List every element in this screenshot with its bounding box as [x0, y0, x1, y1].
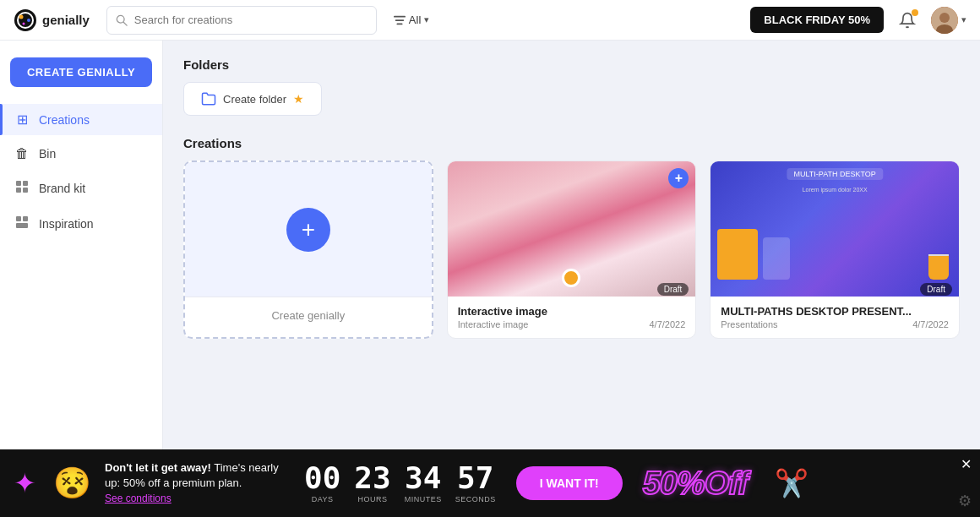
creations-icon: ⊞ — [14, 112, 30, 128]
countdown-days-value: 00 — [304, 463, 340, 493]
card-body-interactive: Interactive image Interactive image 4/7/… — [448, 297, 696, 338]
create-label: Create genially — [195, 309, 422, 322]
sidebar-label-inspiration: Inspiration — [39, 217, 94, 231]
desktop-label: MULTI-PATH DESKTOP — [787, 168, 882, 180]
creations-grid: + Create genially + Draft Interactiv — [183, 161, 960, 339]
countdown-seconds-value: 57 — [455, 463, 496, 493]
countdown-hours-label: HOURS — [354, 495, 390, 503]
see-conditions-link[interactable]: See conditions — [105, 493, 172, 504]
card-body-multipath: MULTI-PATHS DESKTOP PRESENT... Presentat… — [710, 297, 959, 338]
svg-point-3 — [27, 19, 30, 22]
create-genially-button[interactable]: CREATE GENIALLY — [10, 57, 152, 87]
countdown-minutes: 34 MINUTES — [405, 463, 442, 503]
brand-kit-icon — [14, 180, 30, 197]
brand-kit-svg — [15, 180, 29, 193]
desktop-box2 — [763, 237, 790, 280]
scissors-icon: ✂️ — [775, 467, 808, 499]
svg-point-11 — [939, 13, 950, 23]
countdown-hours-value: 23 — [354, 463, 390, 493]
black-friday-button[interactable]: BLACK FRIDAY 50% — [750, 7, 884, 33]
svg-rect-7 — [394, 15, 406, 17]
svg-rect-19 — [16, 223, 28, 228]
user-avatar-area[interactable]: ▾ — [931, 7, 966, 34]
creations-title: Creations — [183, 136, 960, 150]
record-dot — [562, 269, 580, 287]
search-input[interactable] — [134, 14, 368, 26]
countdown-minutes-label: MINUTES — [405, 495, 442, 503]
svg-rect-14 — [23, 181, 28, 186]
svg-point-4 — [23, 22, 25, 24]
search-bar[interactable] — [106, 6, 377, 35]
card-interactive-image[interactable]: + Draft Interactive image Interactive im… — [447, 161, 697, 339]
sidebar-item-brand-kit[interactable]: Brand kit — [0, 172, 162, 204]
banner-strong: Don't let it get away! — [105, 461, 211, 474]
svg-rect-16 — [23, 188, 28, 193]
banner-text: Don't let it get away! Time's nearly up:… — [105, 460, 291, 507]
banner-emoji-icon: 😵 — [53, 465, 91, 501]
filter-area[interactable]: All ▾ — [394, 14, 429, 26]
avatar-image — [931, 7, 958, 34]
create-folder-label: Create folder — [223, 93, 286, 106]
svg-point-2 — [19, 14, 24, 19]
star-icon: ★ — [293, 92, 304, 106]
sidebar-label-bin: Bin — [39, 147, 56, 161]
folder-icon — [201, 91, 216, 106]
create-folder-card[interactable]: Create folder ★ — [183, 82, 322, 116]
countdown-minutes-value: 34 — [405, 463, 442, 493]
filter-icon — [394, 14, 406, 26]
countdown-seconds: 57 SECONDS — [455, 463, 496, 503]
create-card-body: Create genially — [185, 297, 432, 330]
sidebar-item-inspiration[interactable]: Inspiration — [0, 208, 162, 240]
avatar — [931, 7, 958, 34]
add-circle: + — [286, 208, 330, 252]
avatar-chevron-icon: ▾ — [961, 14, 966, 25]
close-banner-button[interactable]: ✕ — [961, 456, 972, 472]
countdown-days: 00 DAYS — [304, 463, 340, 503]
card-multi-paths[interactable]: MULTI-PATH DESKTOP Lorem ipsum dolor 20X… — [710, 161, 960, 339]
percent-off-display: 50%Off — [643, 465, 748, 502]
main-area: CREATE GENIALLY ⊞ Creations 🗑 Bin — [0, 41, 980, 449]
bottom-banner: ✦ 😵 Don't let it get away! Time's nearly… — [0, 449, 980, 517]
countdown-hours: 23 HOURS — [354, 463, 390, 503]
card-title-multipath: MULTI-PATHS DESKTOP PRESENT... — [721, 305, 949, 318]
desktop-lorem: Lorem ipsum dolor 20XX — [803, 187, 868, 193]
create-new-card[interactable]: + Create genially — [183, 161, 433, 339]
sidebar-item-bin[interactable]: 🗑 Bin — [0, 139, 162, 169]
svg-rect-8 — [395, 19, 405, 21]
create-placeholder: + — [185, 162, 432, 297]
countdown-seconds-label: SECONDS — [455, 495, 496, 503]
content-area: Folders Create folder ★ Creations + — [163, 41, 980, 449]
logo-text: genially — [42, 13, 90, 27]
iwant-button[interactable]: I WANT IT! — [516, 466, 623, 500]
countdown: 00 DAYS 23 HOURS 34 MINUTES 57 SECONDS — [304, 463, 496, 503]
sidebar: CREATE GENIALLY ⊞ Creations 🗑 Bin — [0, 41, 163, 449]
notification-bell[interactable] — [894, 7, 921, 34]
sidebar-item-creations[interactable]: ⊞ Creations — [0, 104, 162, 135]
svg-rect-18 — [23, 216, 28, 221]
card-type-interactive: Interactive image — [458, 319, 529, 329]
filter-chevron-icon: ▾ — [424, 14, 429, 25]
notification-dot — [912, 9, 918, 16]
inspiration-svg — [15, 215, 29, 229]
sidebar-label-brand-kit: Brand kit — [39, 182, 85, 195]
desktop-box1 — [717, 229, 758, 280]
folders-title: Folders — [183, 57, 960, 72]
filter-label: All — [409, 14, 421, 26]
banner-star-icon: ✦ — [14, 467, 36, 499]
draft-badge: Draft — [657, 283, 689, 296]
card-date-interactive: 4/7/2022 — [650, 319, 686, 329]
card-subtitle-multipath: Presentations 4/7/2022 — [721, 319, 949, 329]
svg-rect-13 — [16, 181, 21, 186]
logo: genially — [14, 8, 90, 32]
search-icon — [116, 14, 128, 26]
svg-rect-17 — [16, 216, 21, 221]
svg-line-6 — [123, 22, 127, 25]
genially-logo-icon — [14, 8, 37, 32]
sidebar-label-creations: Creations — [39, 113, 90, 127]
bin-icon: 🗑 — [14, 146, 30, 161]
desktop-cup — [928, 254, 949, 280]
creations-section: Creations + Create genially + — [183, 136, 960, 339]
settings-icon[interactable]: ⚙ — [958, 492, 972, 510]
draft-badge-multipath: Draft — [920, 283, 952, 296]
top-bar: genially All ▾ BLACK FRIDAY 50% — [0, 0, 980, 41]
